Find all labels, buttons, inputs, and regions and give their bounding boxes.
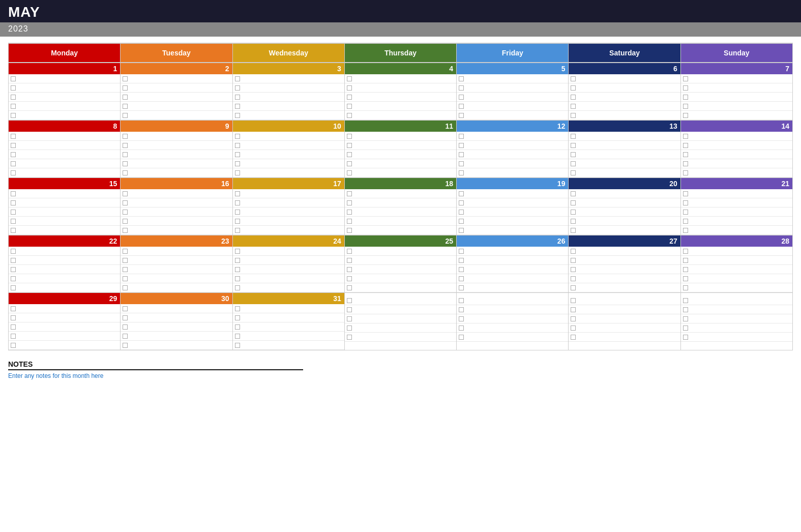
task-checkbox[interactable] (123, 324, 128, 330)
task-line[interactable] (233, 208, 344, 217)
task-line[interactable] (457, 111, 568, 120)
task-checkbox[interactable] (459, 219, 464, 224)
task-line[interactable] (681, 141, 792, 150)
task-line[interactable] (233, 226, 344, 235)
task-checkbox[interactable] (683, 143, 688, 148)
task-line[interactable] (345, 296, 456, 305)
task-checkbox[interactable] (123, 334, 128, 339)
task-checkbox[interactable] (347, 170, 352, 175)
task-line[interactable] (345, 283, 456, 292)
task-checkbox[interactable] (123, 200, 128, 205)
task-line[interactable] (681, 333, 792, 342)
task-checkbox[interactable] (11, 267, 16, 272)
task-line[interactable] (233, 168, 344, 178)
task-checkbox[interactable] (459, 267, 464, 272)
task-checkbox[interactable] (123, 143, 128, 148)
task-line[interactable] (457, 283, 568, 292)
task-line[interactable] (233, 256, 344, 265)
task-line[interactable] (233, 111, 344, 120)
task-checkbox[interactable] (459, 134, 464, 139)
task-line[interactable] (233, 313, 344, 322)
task-checkbox[interactable] (123, 249, 128, 254)
task-line[interactable] (569, 305, 680, 314)
task-checkbox[interactable] (459, 191, 464, 196)
task-checkbox[interactable] (683, 200, 688, 205)
task-checkbox[interactable] (235, 249, 240, 254)
task-checkbox[interactable] (235, 95, 240, 100)
task-line[interactable] (121, 332, 232, 341)
task-checkbox[interactable] (683, 104, 688, 109)
task-checkbox[interactable] (347, 200, 352, 205)
task-checkbox[interactable] (347, 85, 352, 91)
task-line[interactable] (9, 111, 120, 120)
task-checkbox[interactable] (11, 191, 16, 196)
task-checkbox[interactable] (11, 113, 16, 118)
task-checkbox[interactable] (11, 161, 16, 166)
task-line[interactable] (233, 217, 344, 226)
task-line[interactable] (345, 159, 456, 168)
task-line[interactable] (345, 150, 456, 159)
task-checkbox[interactable] (459, 143, 464, 148)
task-checkbox[interactable] (571, 219, 576, 224)
task-line[interactable] (457, 265, 568, 274)
task-line[interactable] (457, 208, 568, 217)
task-checkbox[interactable] (683, 134, 688, 139)
task-checkbox[interactable] (123, 76, 128, 81)
task-line[interactable] (9, 83, 120, 93)
task-checkbox[interactable] (347, 161, 352, 166)
task-checkbox[interactable] (123, 170, 128, 175)
task-line[interactable] (457, 159, 568, 168)
task-checkbox[interactable] (347, 95, 352, 100)
task-line[interactable] (9, 159, 120, 168)
task-line[interactable] (9, 217, 120, 226)
task-line[interactable] (233, 150, 344, 159)
task-checkbox[interactable] (123, 258, 128, 263)
task-checkbox[interactable] (571, 249, 576, 254)
task-checkbox[interactable] (235, 161, 240, 166)
task-checkbox[interactable] (235, 152, 240, 157)
task-checkbox[interactable] (123, 191, 128, 196)
task-checkbox[interactable] (235, 200, 240, 205)
task-checkbox[interactable] (11, 315, 16, 320)
task-checkbox[interactable] (235, 285, 240, 290)
task-checkbox[interactable] (571, 258, 576, 263)
task-line[interactable] (569, 189, 680, 198)
task-line[interactable] (9, 283, 120, 292)
task-checkbox[interactable] (235, 315, 240, 320)
task-line[interactable] (457, 168, 568, 178)
task-checkbox[interactable] (571, 161, 576, 166)
task-checkbox[interactable] (11, 134, 16, 139)
task-checkbox[interactable] (571, 210, 576, 215)
task-line[interactable] (569, 226, 680, 235)
task-line[interactable] (9, 332, 120, 341)
task-line[interactable] (457, 141, 568, 150)
task-checkbox[interactable] (235, 276, 240, 281)
task-checkbox[interactable] (11, 95, 16, 100)
task-line[interactable] (121, 304, 232, 313)
task-checkbox[interactable] (683, 95, 688, 100)
task-checkbox[interactable] (459, 170, 464, 175)
task-checkbox[interactable] (123, 113, 128, 118)
task-line[interactable] (457, 150, 568, 159)
task-checkbox[interactable] (123, 267, 128, 272)
task-checkbox[interactable] (123, 228, 128, 233)
task-checkbox[interactable] (571, 170, 576, 175)
task-checkbox[interactable] (683, 170, 688, 175)
task-checkbox[interactable] (235, 134, 240, 139)
task-checkbox[interactable] (123, 276, 128, 281)
task-line[interactable] (681, 314, 792, 323)
task-checkbox[interactable] (11, 219, 16, 224)
task-checkbox[interactable] (571, 298, 576, 303)
task-line[interactable] (345, 333, 456, 342)
task-line[interactable] (233, 274, 344, 283)
task-checkbox[interactable] (459, 85, 464, 91)
task-line[interactable] (681, 111, 792, 120)
task-line[interactable] (233, 74, 344, 83)
task-checkbox[interactable] (11, 276, 16, 281)
task-checkbox[interactable] (123, 161, 128, 166)
task-checkbox[interactable] (459, 210, 464, 215)
task-line[interactable] (121, 247, 232, 256)
task-line[interactable] (121, 189, 232, 198)
task-checkbox[interactable] (347, 276, 352, 281)
task-checkbox[interactable] (683, 113, 688, 118)
